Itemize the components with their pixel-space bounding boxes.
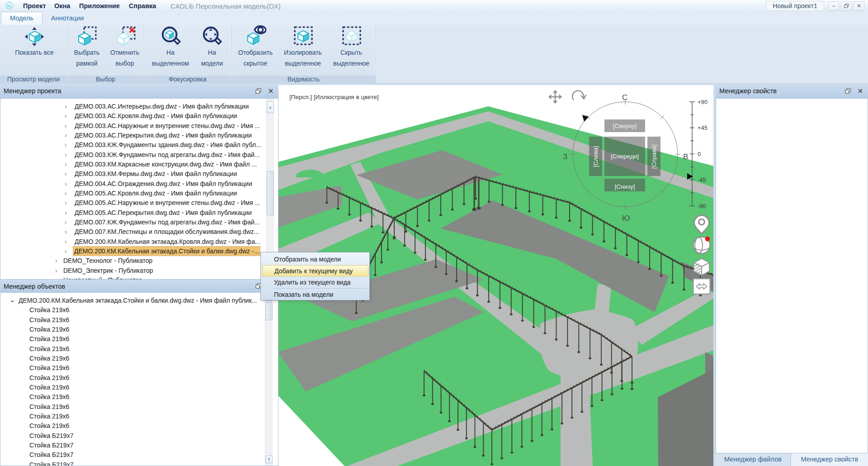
svg-text:Ю: Ю [622, 214, 630, 223]
svg-text:В: В [683, 152, 688, 161]
svg-text:З: З [563, 152, 567, 161]
svg-text:[Персп.] [Иллюстрация в цвете]: [Персп.] [Иллюстрация в цвете] [289, 94, 378, 100]
svg-text:+90: +90 [698, 99, 708, 105]
svg-text:[Сверху]: [Сверху] [613, 123, 637, 129]
svg-text:[Справа]: [Справа] [651, 144, 657, 169]
svg-text:+45: +45 [698, 124, 708, 131]
svg-text:0: 0 [698, 151, 701, 157]
svg-text:CL: CL [7, 5, 12, 8]
svg-text:[Слева]: [Слева] [592, 146, 599, 167]
svg-text:-90: -90 [698, 203, 706, 209]
svg-text:С: С [622, 93, 627, 102]
svg-text:[Снизу]: [Снизу] [614, 183, 635, 190]
svg-text:-45: -45 [698, 176, 706, 183]
svg-text:[Спереди]: [Спереди] [611, 153, 639, 160]
